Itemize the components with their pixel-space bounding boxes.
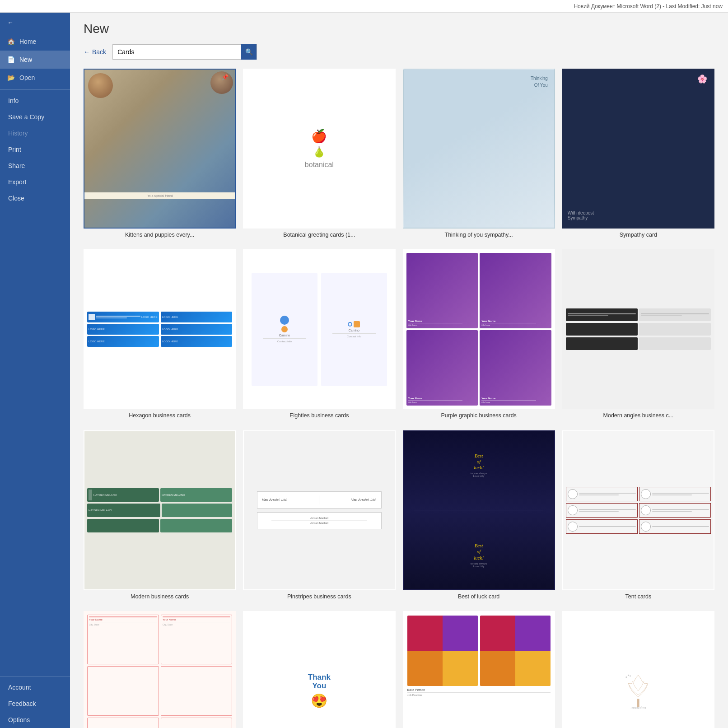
search-bar: ← Back 🔍 [84, 44, 714, 60]
search-icon: 🔍 [245, 48, 253, 56]
template-card[interactable]: I'm a special friend 📌 Kittens and puppi… [84, 69, 236, 238]
template-label: Pinstripes business cards [287, 593, 351, 600]
pin-icon: 📌 [222, 74, 229, 80]
templates-grid: I'm a special friend 📌 Kittens and puppi… [84, 69, 714, 728]
template-card[interactable]: 🍎 🍐 botanical Botanical greeting cards (… [243, 69, 395, 238]
sidebar-item-account[interactable]: Account [0, 679, 70, 695]
sidebar-save-copy-label: Save a Copy [8, 113, 44, 121]
template-thumb-modern-biz[interactable]: HAYDEN MELANO HAYDEN MELANO HAYDEN MELAN… [84, 430, 236, 590]
sidebar-print-label: Print [8, 146, 21, 153]
template-thumb-thankyou[interactable]: ThankYou 😍 [243, 611, 395, 728]
template-thumb-botanical[interactable]: 🍎 🍐 botanical [243, 69, 395, 229]
template-thumb-sympathy[interactable]: 🌸 With deepestSympathy [562, 69, 714, 229]
svg-text:Thinking of You: Thinking of You [630, 707, 646, 709]
template-thumb-tree[interactable]: Thinking of You [562, 611, 714, 728]
hexagon-grid: LOGO HERE LOGO HERE LOGO HERE [84, 250, 235, 408]
template-card[interactable]: ThinkingOf You Thinking of you sympathy.… [403, 69, 555, 238]
template-card[interactable]: Modern angles business c... [562, 249, 714, 419]
template-label: Eighties business cards [289, 412, 349, 419]
template-card[interactable]: Thinking of You [562, 611, 714, 728]
template-card[interactable]: Bestofluck! to you alwaysLove Lilly Best… [403, 430, 555, 600]
sidebar-item-options[interactable]: Options [0, 712, 70, 728]
svg-point-3 [630, 676, 631, 677]
template-card[interactable]: LOGO HERE LOGO HERE LOGO HERE [84, 249, 236, 419]
sidebar-close-label: Close [8, 195, 24, 202]
template-card[interactable]: Camino Contact info Camino Contact inf [243, 249, 395, 419]
sidebar-item-export[interactable]: Export [0, 174, 70, 190]
sidebar-item-print[interactable]: Print [0, 141, 70, 158]
template-card[interactable]: Tent cards [562, 430, 714, 600]
template-label: Modern angles business c... [603, 412, 674, 419]
new-doc-icon: 📄 [7, 56, 15, 63]
template-label: Thinking of you sympathy... [445, 231, 513, 238]
sidebar-options-label: Options [8, 716, 30, 723]
sidebar-feedback-label: Feedback [8, 700, 36, 707]
sidebar-item-new[interactable]: 📄 New [0, 51, 70, 69]
template-thumb-geo[interactable]: Kalle Person Job Position [403, 611, 555, 728]
home-icon: 🏠 [7, 38, 15, 45]
template-thumb-kittens[interactable]: I'm a special friend 📌 [84, 69, 236, 229]
sidebar-item-close[interactable]: Close [0, 190, 70, 206]
sidebar-history-label: History [8, 130, 28, 137]
search-button[interactable]: 🔍 [241, 44, 257, 60]
template-thumb-hexagon[interactable]: LOGO HERE LOGO HERE LOGO HERE [84, 249, 236, 409]
sidebar-account-label: Account [8, 684, 31, 691]
template-label: Tent cards [625, 593, 652, 600]
template-label: Hexagon business cards [129, 412, 191, 419]
title-bar-text: Новий Документ Microsoft Word (2) - Last… [574, 3, 723, 9]
main-content: New ← Back 🔍 [70, 13, 728, 728]
sidebar-divider-1 [0, 89, 70, 90]
template-card[interactable]: ThankYou 😍 [243, 611, 395, 728]
page-title: New [84, 22, 714, 36]
sidebar-item-feedback[interactable]: Feedback [0, 695, 70, 712]
template-thumb-colorful[interactable]: Your Name City, State Your Name City, St… [84, 611, 236, 728]
tree-svg: Thinking of You [622, 671, 654, 711]
sidebar-item-save-copy[interactable]: Save a Copy [0, 109, 70, 125]
template-thumb-modern-angles[interactable] [562, 249, 714, 409]
back-arrow-icon-main: ← [84, 48, 90, 56]
back-link-label: Back [92, 48, 106, 56]
search-input-wrap: 🔍 [112, 44, 257, 60]
app-body: ← 🏠 Home 📄 New 📂 Open Info Save a Copy H… [0, 13, 728, 728]
sidebar-export-label: Export [8, 178, 26, 186]
sidebar-item-home[interactable]: 🏠 Home [0, 33, 70, 51]
sidebar-item-info[interactable]: Info [0, 93, 70, 109]
template-thumb-tent[interactable] [562, 430, 714, 590]
sidebar-divider-2 [0, 676, 70, 677]
title-bar: Новий Документ Microsoft Word (2) - Last… [0, 0, 728, 13]
template-label: Botanical greeting cards (1... [283, 231, 355, 238]
sidebar-item-open[interactable]: 📂 Open [0, 69, 70, 87]
kittens-label-band: I'm a special friend [84, 192, 235, 199]
sidebar-info-label: Info [8, 97, 19, 104]
kittens-image: I'm a special friend 📌 [84, 70, 235, 228]
template-thumb-pinstripes[interactable]: Van Arsdel, Ltd. Van Arsdel, Ltd. Jordan… [243, 430, 395, 590]
template-card[interactable]: 🌸 With deepestSympathy Sympathy card [562, 69, 714, 238]
sidebar-bottom: Account Feedback Options [0, 673, 70, 728]
search-back-link[interactable]: ← Back [84, 48, 106, 56]
template-card[interactable]: Your Name City, State Your Name City, St… [84, 611, 236, 728]
template-thumb-bestluck[interactable]: Bestofluck! to you alwaysLove Lilly Best… [403, 430, 555, 590]
template-label: Kittens and puppies every... [125, 231, 194, 238]
template-card[interactable]: Van Arsdel, Ltd. Van Arsdel, Ltd. Jordan… [243, 430, 395, 600]
sidebar-item-history: History [0, 125, 70, 141]
back-button[interactable]: ← [0, 13, 70, 33]
svg-point-1 [626, 677, 627, 678]
template-card[interactable]: Kalle Person Job Position [403, 611, 555, 728]
sidebar-home-label: Home [19, 38, 36, 45]
svg-rect-0 [637, 699, 639, 707]
template-thumb-eighties[interactable]: Camino Contact info Camino Contact inf [243, 249, 395, 409]
template-label: Purple graphic business cards [441, 412, 516, 419]
open-icon: 📂 [7, 74, 15, 81]
template-label: Sympathy card [620, 231, 657, 238]
template-card[interactable]: Your Name title here Your Name title her… [403, 249, 555, 419]
sidebar-open-label: Open [19, 74, 35, 81]
template-thumb-thinking[interactable]: ThinkingOf You [403, 69, 555, 229]
sidebar-share-label: Share [8, 162, 25, 169]
template-thumb-purple[interactable]: Your Name title here Your Name title her… [403, 249, 555, 409]
search-input[interactable] [113, 45, 241, 59]
sidebar-item-share[interactable]: Share [0, 158, 70, 174]
template-card[interactable]: HAYDEN MELANO HAYDEN MELANO HAYDEN MELAN… [84, 430, 236, 600]
sidebar: ← 🏠 Home 📄 New 📂 Open Info Save a Copy H… [0, 13, 70, 728]
template-label: Best of luck card [458, 593, 499, 600]
template-label: Modern business cards [131, 593, 189, 600]
